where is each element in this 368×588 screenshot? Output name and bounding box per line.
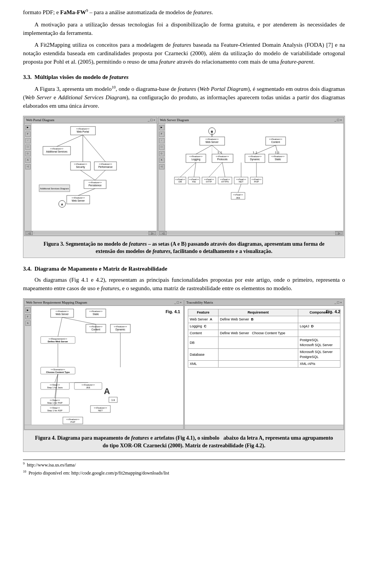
trace-cell-webserver-comp — [298, 316, 340, 323]
scroll-left-btn-r[interactable]: ◁ — [159, 231, 167, 235]
svg-text:HTTPS: HTTPS — [221, 181, 229, 183]
svg-line-81 — [222, 163, 225, 177]
svg-text:Additional Services Diagram: Additional Services Diagram — [40, 187, 69, 190]
toolbar-btn-r3[interactable]: / — [159, 138, 164, 143]
figure-3: Web Portal Diagram _ □ × ▶ F / □ ◇ A ◁ — [23, 116, 345, 258]
para-3: A Fit2Mapping utiliza os conceitos para … — [23, 41, 345, 66]
toolbar-btn-42[interactable]: F — [25, 314, 31, 319]
fig4-panel-left: Web Server Requirement Mapping Diagram _… — [24, 299, 184, 430]
svg-text:<<Feature>>: <<Feature>> — [89, 310, 103, 312]
toolbar-btn-r4[interactable]: □ — [159, 145, 164, 150]
svg-text:<<Feature>>: <<Feature>> — [189, 155, 203, 158]
toolbar-btn-r6[interactable]: X — [159, 158, 164, 163]
toolbar-btn-4[interactable]: □ — [25, 145, 31, 150]
svg-text:Web Server: Web Server — [205, 141, 219, 143]
trace-row-xml: XML XML-APIs — [188, 361, 340, 368]
toolbar-btn-1[interactable]: ▶ — [25, 125, 31, 130]
trace-cell-webserver-req: Define Web Server B — [218, 316, 298, 323]
fig4-panel2-scrollbar[interactable] — [185, 425, 343, 429]
svg-text:<<Feature>>: <<Feature>> — [66, 418, 80, 420]
trace-row-webserver: Web Server A Define Web Server B — [188, 316, 340, 323]
trace-cell-xml-comp: XML-APIs — [298, 361, 340, 368]
scroll-right-btn-r[interactable]: ▷ — [335, 231, 343, 235]
svg-text:<<Step>>: <<Step>> — [50, 399, 60, 401]
fig3-panel1-scrollbar[interactable]: ◁ ▷ — [25, 231, 157, 235]
svg-text:JEE: JEE — [86, 386, 90, 389]
svg-text:Protocols: Protocols — [217, 158, 228, 161]
svg-text:Content: Content — [271, 141, 280, 143]
footnote-9: 9 http://www.isa.us.es/fama/ — [23, 462, 345, 468]
svg-text:<<Feature>>: <<Feature>> — [82, 384, 95, 386]
fig4-panel1-controls: _ □ × — [174, 300, 182, 305]
fig4-panel1-header: Web Server Requirement Mapping Diagram _… — [25, 300, 183, 306]
traceability-matrix: Feature Requirement Component Web Server… — [188, 309, 340, 368]
fig4-panel1-body: ▶ F X <<Feature>> Web Server <<Feature — [25, 306, 183, 425]
toolbar-btn-5[interactable]: ◇ — [25, 151, 31, 156]
figure-4: Web Server Requirement Mapping Diagram _… — [23, 298, 345, 452]
trace-cell-content-req: Define Web Server Choose Content Type — [218, 330, 298, 337]
toolbar-btn-6[interactable]: A — [25, 158, 31, 163]
svg-text:Persistence: Persistence — [89, 184, 102, 187]
svg-text:<<Feature>>: <<Feature>> — [205, 138, 219, 140]
svg-text:DB: DB — [179, 181, 182, 183]
svg-text:<<Feature>>: <<Feature>> — [94, 407, 107, 409]
svg-text:Static: Static — [275, 158, 281, 161]
trace-cell-webserver-feature: Web Server A — [188, 316, 219, 323]
toolbar-btn-r7[interactable]: ◁ — [159, 164, 164, 169]
svg-text:Web Server: Web Server — [72, 199, 85, 202]
svg-text:<<Feature>>: <<Feature>> — [72, 197, 85, 199]
para-4: A Figura 3, apresenta um modelo10, onde … — [23, 84, 345, 110]
fig3-panel1-diagram: <<Feature>> Web Portal <<Feature>> Addit… — [32, 123, 157, 231]
scroll-left-btn[interactable]: ◁ — [25, 231, 33, 235]
scrollbar-track-r[interactable] — [168, 232, 334, 234]
trace-cell-xml-feature: XML — [188, 361, 219, 368]
trace-cell-database-req — [218, 349, 298, 361]
scrollbar-track[interactable] — [34, 232, 148, 234]
svg-line-22 — [80, 170, 95, 180]
trace-cell-content-comp — [298, 330, 340, 337]
svg-text:1.k: 1.k — [111, 399, 115, 401]
svg-text:HTTP: HTTP — [206, 181, 212, 183]
svg-line-80 — [209, 163, 222, 177]
fig4-panel1-toolbar: ▶ F X — [25, 306, 31, 425]
fig3-panel1-toolbar: ▶ F / □ ◇ A ◁ — [25, 123, 31, 231]
toolbar-btn-r2[interactable]: F — [159, 131, 164, 137]
fig4-panel2-body: Fig. 4.2 Feature Requirement Component W — [185, 306, 343, 425]
trace-row-db: DB PostgreSQLMicrosoft SQL Server — [188, 337, 340, 349]
trace-cell-logging-feature: Logging C — [188, 323, 219, 330]
svg-text:<<Feature>>: <<Feature>> — [269, 138, 283, 140]
svg-text:Step 1 for PHP: Step 1 for PHP — [47, 402, 62, 404]
scroll-right-btn[interactable]: ▷ — [148, 231, 156, 235]
toolbar-btn-7[interactable]: ◁ — [25, 164, 31, 169]
svg-text:Define Web Server: Define Web Server — [48, 340, 69, 343]
toolbar-btn-41[interactable]: ▶ — [25, 307, 31, 313]
fig4-panels: Web Server Requirement Mapping Diagram _… — [23, 299, 345, 430]
toolbar-btn-r1[interactable]: ▶ — [159, 125, 164, 130]
fig3-panel1-svg: <<Feature>> Web Portal <<Feature>> Addit… — [32, 123, 157, 231]
trace-cell-db-req — [218, 337, 298, 349]
svg-text:File: File — [192, 181, 196, 183]
svg-text:NET: NET — [239, 181, 243, 183]
para-2: A motivação para a utilização dessas tec… — [23, 21, 345, 38]
fig3-panel2-controls: _ □ × — [334, 118, 342, 123]
svg-text:Web Portal: Web Portal — [77, 130, 89, 133]
fig3-panel-right: Web Server Diagram _ □ × ▶ F / □ ◇ X ◁ — [158, 117, 344, 236]
fig3-panel-left: Web Portal Diagram _ □ × ▶ F / □ ◇ A ◁ — [24, 117, 157, 236]
svg-line-84 — [238, 184, 241, 192]
fig4-panel2-title: Traceability Matrix — [186, 300, 213, 305]
fig41-label: Fig. 4.1 — [166, 309, 180, 315]
fig3-panel1-body: ▶ F / □ ◇ A ◁ <<Feature>> — [25, 123, 157, 231]
toolbar-btn-3[interactable]: / — [25, 138, 31, 143]
fig4-panel2-header: Traceability Matrix _ □ × — [185, 300, 343, 306]
toolbar-btn-2[interactable]: F — [25, 131, 31, 137]
fig4-panel1-svg: <<Feature>> Web Server <<Feature>> Stati… — [32, 306, 183, 425]
para-1: formato PDF; e FaMa-FW9 – para a análise… — [23, 8, 345, 17]
svg-text:<<Feature>>: <<Feature>> — [99, 163, 112, 165]
fig3-panel2-scrollbar[interactable]: ◁ ▷ — [158, 231, 343, 235]
svg-text:PHP: PHP — [71, 421, 75, 423]
fig4-panel1-scrollbar[interactable] — [25, 425, 183, 429]
svg-text:A: A — [61, 203, 63, 206]
toolbar-btn-r5[interactable]: ◇ — [159, 151, 164, 156]
page-content: formato PDF; e FaMa-FW9 – para a análise… — [23, 8, 345, 476]
toolbar-btn-43[interactable]: X — [25, 320, 31, 326]
